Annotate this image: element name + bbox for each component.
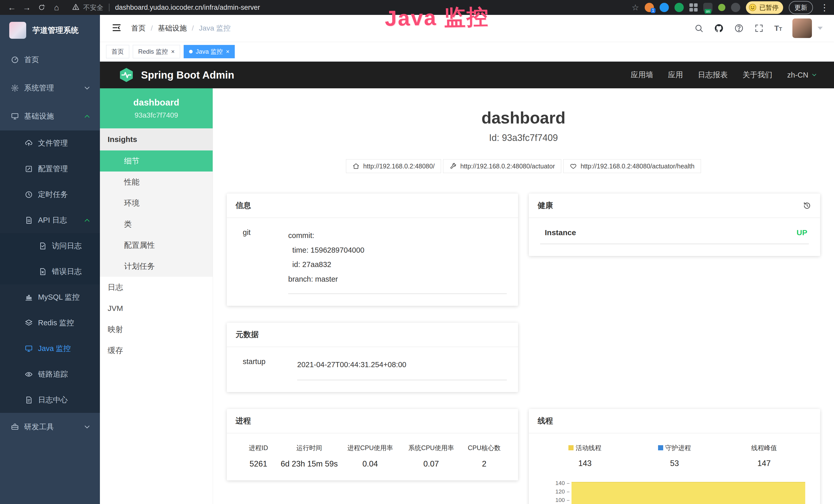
tab-redis-monitor[interactable]: Redis 监控 × [133,45,180,58]
sba-menu-metrics[interactable]: 性能 [100,171,213,192]
sidebar-item-java-monitor[interactable]: Java 监控 [0,336,100,362]
tab-java-monitor[interactable]: Java 监控 × [184,45,235,58]
sba-nav-about[interactable]: 关于我们 [743,70,772,80]
sidebar-item-log-center[interactable]: 日志中心 [0,387,100,413]
forward-button[interactable]: → [20,2,34,13]
sba-menu-jvm[interactable]: JVM [100,298,213,319]
sidebar-item-label: 错误日志 [52,267,82,277]
link-actuator-url[interactable]: http://192.168.0.2:48080/actuator [443,159,561,173]
sidebar-item-infrastructure[interactable]: 基础设施 [0,102,100,131]
link-label: http://192.168.0.2:48080/ [363,162,435,170]
sidebar-toggle-button[interactable] [111,22,122,34]
sba-menu-scheduled-tasks[interactable]: 计划任务 [100,256,213,277]
chevron-down-icon [811,72,817,78]
sba-menu-environment[interactable]: 环境 [100,192,213,214]
page-subtitle: Id: 93a3fc7f7409 [227,133,820,143]
extension-icon-fox[interactable]: 1 [645,3,654,12]
process-val-proc-cpu: 0.04 [340,459,401,468]
process-table: 进程ID 运行时间 进程CPU使用率 系统CPU使用率 CPU核心数 5261 … [238,444,507,468]
home-icon [352,162,359,170]
monitor-icon [25,345,33,353]
document-icon [25,216,33,224]
process-col-uptime: 运行时间 [279,444,339,452]
sba-menu-details[interactable]: 细节 [100,151,213,171]
tab-label: Java 监控 [196,47,223,56]
instance-name: dashboard [133,97,179,108]
smiley-icon [748,3,757,12]
threads-chart: 140 120 100 [540,479,809,504]
sidebar-item-error-logs[interactable]: 错误日志 [0,259,100,284]
fullscreen-icon[interactable] [754,23,764,33]
sba-menu-config-props[interactable]: 配置属性 [100,235,213,256]
sba-nav-wallboard[interactable]: 应用墙 [631,70,653,80]
sba-menu-logs[interactable]: 日志 [100,277,213,298]
sidebar-item-label: 定时任务 [38,189,68,200]
breadcrumb-item-home[interactable]: 首页 [131,23,146,33]
home-button[interactable]: ⌂ [50,2,63,13]
search-icon[interactable] [694,23,704,33]
sidebar-item-trace[interactable]: 链路追踪 [0,362,100,387]
link-label: http://192.168.0.2:48080/actuator [460,162,555,170]
browser-menu-icon[interactable]: ⋮ [820,2,829,13]
sidebar-item-file-management[interactable]: 文件管理 [0,131,100,156]
sba-nav-journal[interactable]: 日志报表 [698,70,728,80]
sidebar-item-dev-tools[interactable]: 研发工具 [0,413,100,441]
link-health-url[interactable]: http://192.168.0.2:48080/actuator/health [563,159,701,173]
sidebar-item-access-logs[interactable]: 访问日志 [0,233,100,259]
extension-icon-puzzle[interactable] [731,3,740,12]
breadcrumb-item-infra[interactable]: 基础设施 [158,23,187,33]
link-base-url[interactable]: http://192.168.0.2:48080/ [346,159,441,173]
close-icon[interactable]: × [171,48,175,55]
sidebar-item-label: 首页 [24,55,39,65]
sba-menu-mappings[interactable]: 映射 [100,319,213,340]
sba-locale-select[interactable]: zh-CN [787,71,817,79]
sba-menu-classes[interactable]: 类 [100,214,213,235]
process-col-proc-cpu: 进程CPU使用率 [340,444,401,452]
sidebar-item-home[interactable]: 首页 [0,46,100,74]
extension-icon-leaf[interactable] [718,4,725,11]
tab-home[interactable]: 首页 [106,45,129,58]
history-icon[interactable] [803,201,811,210]
legend-label-live: 活动线程 [576,444,601,452]
extension-icon-drop[interactable] [660,3,669,12]
extension-icon-grid[interactable] [689,3,698,12]
sba-brand[interactable]: Spring Boot Admin [118,67,234,83]
github-icon[interactable] [714,23,724,33]
paused-extension-pill[interactable]: 已暂停 [746,1,783,14]
layers-icon [25,319,33,327]
threads-chart-yaxis: 140 120 100 [540,479,571,504]
threads-live-value: 143 [540,459,630,468]
app-logo[interactable]: 芋道管理系统 [0,15,100,46]
sidebar-item-system[interactable]: 系统管理 [0,74,100,102]
sba-menu-caches[interactable]: 缓存 [100,340,213,361]
back-button[interactable]: ← [5,2,19,13]
reload-button[interactable] [35,2,48,13]
sidebar-item-config-management[interactable]: 配置管理 [0,156,100,182]
logo-image [9,22,26,39]
sidebar-item-api-logs[interactable]: API 日志 [0,207,100,233]
sidebar-item-label: 日志中心 [38,395,68,405]
chevron-up-icon [83,216,91,224]
bookmark-star-icon[interactable]: ☆ [632,3,639,12]
chevron-up-icon [83,112,91,120]
address-bar[interactable]: 不安全 dashboard.yudao.iocoder.cn/infra/adm… [72,3,630,12]
heart-icon [570,162,577,170]
extension-icon-blocker[interactable]: on [703,3,712,12]
close-icon[interactable]: × [226,48,229,55]
font-size-icon[interactable]: TT [774,24,782,32]
clock-icon [25,190,33,199]
logo-title: 芋道管理系统 [32,25,79,36]
sba-nav-applications[interactable]: 应用 [668,70,683,80]
address-separator [109,4,109,11]
sidebar-item-redis-monitor[interactable]: Redis 监控 [0,310,100,336]
avatar-caret-icon[interactable] [817,27,823,30]
user-avatar[interactable] [792,19,812,38]
browser-update-button[interactable]: 更新 [789,1,813,14]
sidebar-item-scheduled-jobs[interactable]: 定时任务 [0,182,100,207]
sba-header: Spring Boot Admin 应用墙 应用 日志报表 关于我们 zh-CN [100,62,834,88]
process-col-cores: CPU核心数 [462,444,507,452]
sidebar-item-mysql-monitor[interactable]: MySQL 监控 [0,284,100,310]
sidebar-item-label: 链路追踪 [38,369,68,380]
extension-icon-green[interactable] [675,3,684,12]
help-icon[interactable] [734,23,744,33]
